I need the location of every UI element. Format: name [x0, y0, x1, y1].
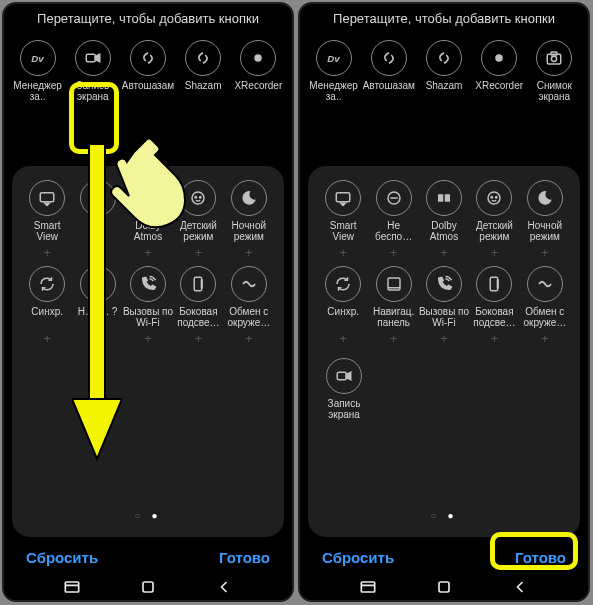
svg-point-34	[491, 197, 493, 199]
svg-rect-4	[40, 193, 54, 202]
tile-label: Детский режим	[469, 220, 519, 242]
tile-night-mode[interactable]: Ночной режим	[224, 180, 274, 242]
tile-app-dv[interactable]: DvМенеджер за..	[308, 40, 360, 102]
svg-rect-8	[142, 194, 147, 202]
tile-screen-record[interactable]: Запись экрана	[67, 40, 119, 102]
tile-shazam[interactable]: Shazam	[418, 40, 470, 102]
tile-label: Вызовы по Wi-Fi	[419, 306, 469, 328]
tile-dnd[interactable]: б…	[72, 180, 122, 242]
tile-label: б…	[90, 220, 106, 242]
tile-label: Н…ац. ?	[78, 306, 118, 328]
svg-rect-40	[337, 372, 346, 380]
tile-screenshot[interactable]: Снимок экрана	[528, 40, 580, 102]
tile-nav-panel[interactable]: Н…ац. ?	[72, 266, 122, 328]
nav-home-icon[interactable]	[138, 580, 158, 594]
tile-label: XRecorder	[475, 80, 523, 102]
available-row: DvМенеджер за..Запись экранаАвтошазамSha…	[4, 40, 292, 102]
tile-dolby-atmos[interactable]: Dolby Atmos	[123, 180, 173, 242]
tile-nearby-share[interactable]: Обмен с окруже…	[520, 266, 570, 328]
tile-sync[interactable]: Синхр.	[318, 266, 368, 328]
dv-icon: Dv	[20, 40, 56, 76]
svg-rect-42	[361, 582, 374, 592]
tile-label: XRecorder	[234, 80, 282, 102]
tile-shazam[interactable]: Shazam	[177, 40, 229, 102]
tile-label: Запись экрана	[318, 398, 370, 420]
tile-label: Smart View	[318, 220, 368, 242]
svg-text:Dv: Dv	[31, 53, 44, 64]
svg-rect-31	[438, 194, 443, 202]
tile-screen-record[interactable]: Запись экрана	[318, 358, 370, 420]
rec-icon	[326, 358, 362, 394]
cast-icon	[29, 180, 65, 216]
svg-point-25	[552, 56, 557, 61]
tile-label: Обмен с окруже…	[224, 306, 274, 328]
tile-label: Автошазам	[122, 80, 174, 102]
tile-label: Синхр.	[327, 306, 359, 328]
side-icon	[476, 266, 512, 302]
tile-wifi-calling[interactable]: Вызовы по Wi-Fi	[123, 266, 173, 328]
wificall-icon	[426, 266, 462, 302]
tile-dnd[interactable]: Не беспо…	[368, 180, 418, 242]
tile-smart-view[interactable]: Smart View	[22, 180, 72, 242]
svg-rect-19	[143, 582, 153, 592]
tile-label: Синхр.	[31, 306, 63, 328]
kid-icon	[180, 180, 216, 216]
nav-back-icon[interactable]	[510, 580, 530, 594]
done-button[interactable]: Готово	[515, 549, 566, 566]
tile-night-mode[interactable]: Ночной режим	[520, 180, 570, 242]
moon-icon	[231, 180, 267, 216]
rec-icon	[75, 40, 111, 76]
shazam-icon	[130, 40, 166, 76]
side-icon	[180, 266, 216, 302]
tile-app-dv[interactable]: DvМенеджер за..	[12, 40, 64, 102]
tile-smart-view[interactable]: Smart View	[318, 180, 368, 242]
tile-nearby-share[interactable]: Обмен с окруже…	[224, 266, 274, 328]
svg-point-11	[195, 197, 197, 199]
page-indicator: ○ ●	[16, 506, 280, 529]
svg-rect-1	[86, 54, 95, 62]
quick-panel: Smart Viewб…Dolby AtmosДетский режимНочн…	[12, 166, 284, 537]
tile-label: Smart View	[22, 220, 72, 242]
tile-label: Ночной режим	[520, 220, 570, 242]
tile-auto-shazam[interactable]: Автошазам	[122, 40, 174, 102]
dv-icon: Dv	[316, 40, 352, 76]
nav-home-icon[interactable]	[434, 580, 454, 594]
minus-icon	[376, 180, 412, 216]
phone-right: Перетащите, чтобы добавить кнопки DvМене…	[298, 2, 590, 602]
quick-panel: Smart ViewНе беспо…Dolby AtmosДетский ре…	[308, 166, 580, 537]
tile-dolby-atmos[interactable]: Dolby Atmos	[419, 180, 469, 242]
svg-marker-5	[45, 203, 50, 205]
shazam-icon	[426, 40, 462, 76]
reset-button[interactable]: Сбросить	[322, 549, 394, 566]
tile-auto-shazam[interactable]: Автошазам	[363, 40, 415, 102]
nav-icon	[80, 266, 116, 302]
drag-hint: Перетащите, чтобы добавить кнопки	[4, 4, 292, 40]
tile-xrecorder[interactable]: XRecorder	[232, 40, 284, 102]
nav-back-icon[interactable]	[214, 580, 234, 594]
dot-icon	[481, 40, 517, 76]
tile-side-light[interactable]: Боковая подсве…	[469, 266, 519, 328]
tile-xrecorder[interactable]: XRecorder	[473, 40, 525, 102]
tile-sync[interactable]: Синхр.	[22, 266, 72, 328]
nav-recents-icon[interactable]	[358, 580, 378, 594]
tile-label: Снимок экрана	[528, 80, 580, 102]
tile-wifi-calling[interactable]: Вызовы по Wi-Fi	[419, 266, 469, 328]
tile-kids-mode[interactable]: Детский режим	[469, 180, 519, 242]
svg-point-3	[255, 54, 263, 62]
reset-button[interactable]: Сбросить	[26, 549, 98, 566]
svg-rect-32	[445, 194, 450, 202]
done-button[interactable]: Готово	[219, 549, 270, 566]
nav-recents-icon[interactable]	[62, 580, 82, 594]
tile-label: Вызовы по Wi-Fi	[123, 306, 173, 328]
tile-nav-panel[interactable]: Навигац. панель	[368, 266, 418, 328]
svg-point-23	[495, 54, 503, 62]
svg-marker-41	[346, 372, 351, 380]
tile-kids-mode[interactable]: Детский режим	[173, 180, 223, 242]
page-indicator: ○ ●	[312, 506, 576, 529]
tile-label: Dolby Atmos	[123, 220, 173, 242]
tile-side-light[interactable]: Боковая подсве…	[173, 266, 223, 328]
svg-rect-17	[65, 582, 78, 592]
svg-marker-2	[95, 54, 100, 62]
svg-text:Dv: Dv	[327, 53, 340, 64]
svg-point-10	[192, 192, 204, 204]
